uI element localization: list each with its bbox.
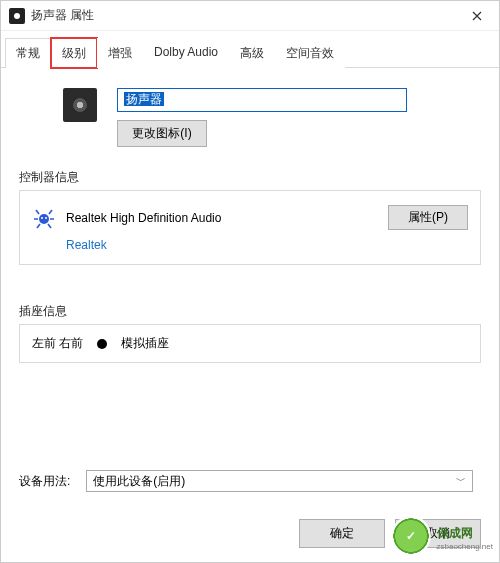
tab-general[interactable]: 常规	[5, 38, 51, 68]
tab-content: 扬声器 更改图标(I) 控制器信息 Realtek High Definitio…	[1, 68, 499, 363]
jack-position: 左前 右前	[32, 335, 83, 352]
speaker-small-icon	[9, 8, 25, 24]
tab-levels[interactable]: 级别	[51, 38, 97, 68]
usage-selected: 使用此设备(启用)	[93, 473, 185, 490]
controller-properties-button[interactable]: 属性(P)	[388, 205, 468, 230]
change-icon-button[interactable]: 更改图标(I)	[117, 120, 207, 147]
controller-vendor: Realtek	[66, 238, 468, 252]
speaker-icon[interactable]	[63, 88, 97, 122]
svg-point-2	[45, 217, 47, 219]
tab-strip: 常规 级别 增强 Dolby Audio 高级 空间音效	[1, 31, 499, 68]
tab-enhance[interactable]: 增强	[97, 38, 143, 68]
tab-advanced[interactable]: 高级	[229, 38, 275, 68]
chevron-down-icon: ﹀	[456, 474, 466, 488]
controller-section-label: 控制器信息	[19, 169, 481, 186]
device-name-input[interactable]: 扬声器	[117, 88, 407, 112]
svg-point-1	[41, 217, 43, 219]
svg-point-0	[39, 214, 49, 224]
cancel-button[interactable]: 取消	[395, 519, 481, 548]
controller-name: Realtek High Definition Audio	[66, 211, 221, 225]
controller-group: Realtek High Definition Audio 属性(P) Real…	[19, 190, 481, 265]
jack-color-dot	[97, 339, 107, 349]
close-button[interactable]	[455, 1, 499, 31]
jack-type: 模拟插座	[121, 335, 169, 352]
usage-select[interactable]: 使用此设备(启用) ﹀	[86, 470, 473, 492]
dialog-footer: 确定 取消	[299, 519, 481, 548]
close-icon	[472, 11, 482, 21]
tab-spatial[interactable]: 空间音效	[275, 38, 345, 68]
window-title: 扬声器 属性	[31, 7, 94, 24]
jack-section-label: 插座信息	[19, 303, 481, 320]
device-name-selection: 扬声器	[124, 92, 164, 106]
properties-dialog: 扬声器 属性 常规 级别 增强 Dolby Audio 高级 空间音效 扬声器 …	[0, 0, 500, 563]
usage-label: 设备用法:	[19, 473, 70, 490]
ok-button[interactable]: 确定	[299, 519, 385, 548]
jack-group: 左前 右前 模拟插座	[19, 324, 481, 363]
tab-dolby[interactable]: Dolby Audio	[143, 38, 229, 68]
titlebar: 扬声器 属性	[1, 1, 499, 31]
realtek-icon	[32, 206, 56, 230]
